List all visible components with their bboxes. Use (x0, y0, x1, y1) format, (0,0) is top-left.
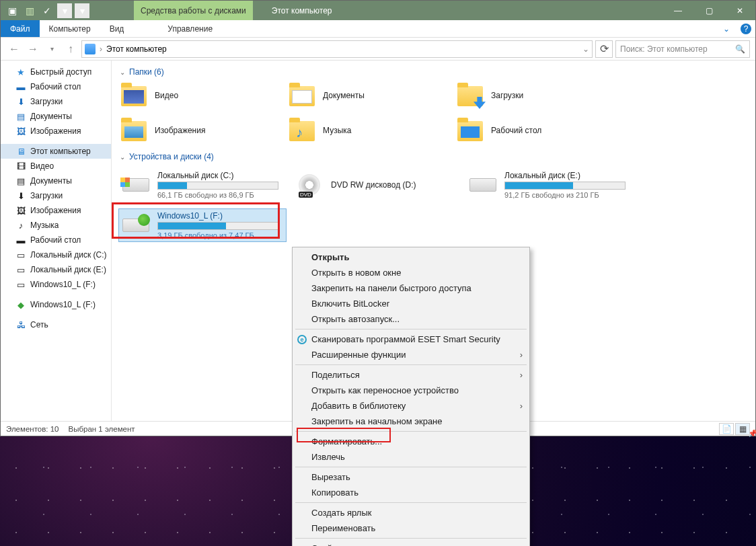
drive-usage-bar (157, 222, 278, 230)
qat-paste-icon[interactable]: ▾ (75, 3, 89, 18)
nav-win10-f[interactable]: ▭Windows10_L (F:) (1, 277, 111, 292)
ctx-eject[interactable]: Извлечь (293, 449, 529, 465)
drive-c[interactable]: Локальный диск (C:) 66,1 ГБ свободно из … (118, 168, 287, 202)
maximize-button[interactable]: ▢ (693, 1, 724, 20)
forward-button[interactable]: → (25, 41, 41, 57)
address-dropdown-icon[interactable]: ⌄ (582, 44, 589, 54)
eset-icon: e (297, 334, 307, 345)
qat-icon[interactable]: ✓ (40, 3, 54, 18)
music-icon: ♪ (15, 220, 26, 231)
chevron-down-icon: ⌄ (120, 69, 125, 76)
ctx-label: Создать ярлык (311, 508, 371, 518)
drive-icon (468, 173, 498, 197)
ctx-properties[interactable]: Свойства (293, 541, 529, 546)
qat-newfolder-icon[interactable]: ▥ (22, 3, 37, 18)
ctx-eset-scan[interactable]: eСканировать программой ESET Smart Secur… (293, 332, 529, 347)
ribbon-expand-icon[interactable]: ⌄ (716, 20, 736, 38)
folder-icon: ♪ (289, 118, 316, 143)
group-drives-header[interactable]: ⌄Устройства и диски (4) (118, 149, 749, 165)
ctx-rename[interactable]: Переименовать (293, 520, 529, 536)
ctx-format[interactable]: Форматировать... (293, 434, 529, 449)
minimize-button[interactable]: — (663, 1, 693, 20)
nav-local-e[interactable]: ▭Локальный диск (E:) (1, 262, 111, 277)
ctx-open-new-window[interactable]: Открыть в новом окне (293, 265, 529, 280)
folder-music[interactable]: ♪Музыка (287, 116, 455, 145)
ctx-bitlocker[interactable]: Включить BitLocker (293, 296, 529, 311)
nav-desktop[interactable]: ▬Рабочий стол (1, 233, 111, 247)
recent-dropdown-icon[interactable]: ▾ (44, 41, 60, 57)
pictures-icon: 🖼 (15, 126, 26, 136)
folder-icon (289, 83, 316, 108)
search-box[interactable]: Поиск: Этот компьютер 🔍 (615, 40, 750, 58)
ctx-label: Открыть автозапуск... (311, 314, 400, 324)
ctx-open[interactable]: Открыть (293, 249, 529, 265)
ctx-separator (295, 502, 527, 503)
drive-icon (121, 173, 151, 197)
folder-videos[interactable]: Видео (118, 81, 287, 110)
ctx-add-library[interactable]: Добавить в библиотеку› (293, 398, 529, 414)
close-button[interactable]: ✕ (724, 1, 755, 20)
ctx-pin-quick-access[interactable]: Закрепить на панели быстрого доступа (293, 280, 529, 296)
group-folders-header[interactable]: ⌄Папки (6) (118, 65, 749, 81)
tab-view[interactable]: Вид (100, 20, 134, 37)
nav-quick-access[interactable]: ★Быстрый доступ (1, 65, 111, 79)
address-location: Этот компьютер (106, 44, 167, 54)
refresh-button[interactable]: ⟳ (595, 40, 613, 58)
ctx-autoplay[interactable]: Открыть автозапуск... (293, 311, 529, 327)
up-button[interactable]: ↑ (63, 41, 79, 57)
folder-pictures[interactable]: Изображения (118, 116, 287, 145)
nav-videos[interactable]: 🎞Видео (1, 159, 111, 173)
ctx-label: Добавить в библиотеку (311, 401, 406, 411)
view-large-button[interactable]: ▦ (735, 423, 750, 435)
qat-dropdown-icon[interactable]: ▾ (57, 3, 72, 18)
nav-downloads[interactable]: ⬇Загрузки (1, 188, 111, 203)
nav-desktop-quick[interactable]: ▬Рабочий стол📌 (1, 79, 111, 94)
pictures-icon: 🖼 (15, 205, 26, 216)
submenu-arrow-icon: › (520, 350, 523, 360)
submenu-arrow-icon: › (520, 401, 523, 411)
view-details-button[interactable]: 📄 (719, 423, 734, 435)
tab-computer[interactable]: Компьютер (40, 20, 100, 37)
documents-icon: ▤ (15, 176, 26, 186)
ctx-open-portable[interactable]: Открыть как переносное устройство (293, 383, 529, 398)
ctx-create-shortcut[interactable]: Создать ярлык (293, 505, 529, 520)
ctx-share[interactable]: Поделиться› (293, 367, 529, 383)
nav-local-c[interactable]: ▭Локальный диск (C:) (1, 247, 111, 262)
ctx-label: Открыть как переносное устройство (311, 385, 459, 395)
ctx-cut[interactable]: Вырезать (293, 469, 529, 485)
nav-documents-quick[interactable]: ▤Документы📌 (1, 109, 111, 124)
drive-d-dvd[interactable]: DVD DVD RW дисковод (D:) (292, 168, 460, 202)
ctx-advanced[interactable]: Расширенные функции› (293, 347, 529, 362)
tab-file[interactable]: Файл (1, 20, 40, 37)
folder-downloads[interactable]: Загрузки (455, 81, 623, 110)
nav-network[interactable]: 🖧Сеть (1, 317, 111, 332)
qat-properties-icon[interactable]: ▣ (5, 3, 20, 18)
drive-usage-bar (504, 182, 626, 190)
address-bar[interactable]: › Этот компьютер ⌄ (81, 40, 593, 58)
nav-this-pc[interactable]: 🖥Этот компьютер (1, 144, 111, 159)
drive-f-selected[interactable]: Windows10_L (F:) 3,19 ГБ свободно из 7,4… (118, 208, 287, 242)
folder-icon (121, 83, 148, 108)
ctx-copy[interactable]: Копировать (293, 485, 529, 500)
nav-documents[interactable]: ▤Документы (1, 173, 111, 188)
downloads-icon: ⬇ (15, 96, 26, 107)
help-icon[interactable]: ? (741, 24, 751, 34)
folder-documents[interactable]: Документы (287, 81, 455, 110)
folder-desktop[interactable]: Рабочий стол (455, 116, 623, 145)
ctx-label: Копировать (311, 488, 358, 498)
nav-downloads-quick[interactable]: ⬇Загрузки📌 (1, 94, 111, 109)
dvd-drive-icon: DVD (295, 173, 324, 197)
folder-label: Изображения (155, 126, 205, 135)
ctx-separator (295, 431, 527, 432)
usb-drive-icon (121, 213, 151, 237)
desktop-icon: ▬ (15, 235, 26, 245)
nav-pictures-quick[interactable]: 🖼Изображения📌 (1, 124, 111, 139)
ctx-separator (295, 364, 527, 365)
drive-e[interactable]: Локальный диск (E:) 91,2 ГБ свободно из … (465, 168, 634, 202)
tab-manage[interactable]: Управление (158, 20, 222, 37)
nav-win10-f-ext[interactable]: ◆Windows10_L (F:) (1, 297, 111, 312)
back-button[interactable]: ← (6, 41, 22, 57)
nav-pictures[interactable]: 🖼Изображения (1, 203, 111, 218)
ctx-pin-start[interactable]: Закрепить на начальном экране (293, 414, 529, 429)
nav-music[interactable]: ♪Музыка (1, 218, 111, 233)
